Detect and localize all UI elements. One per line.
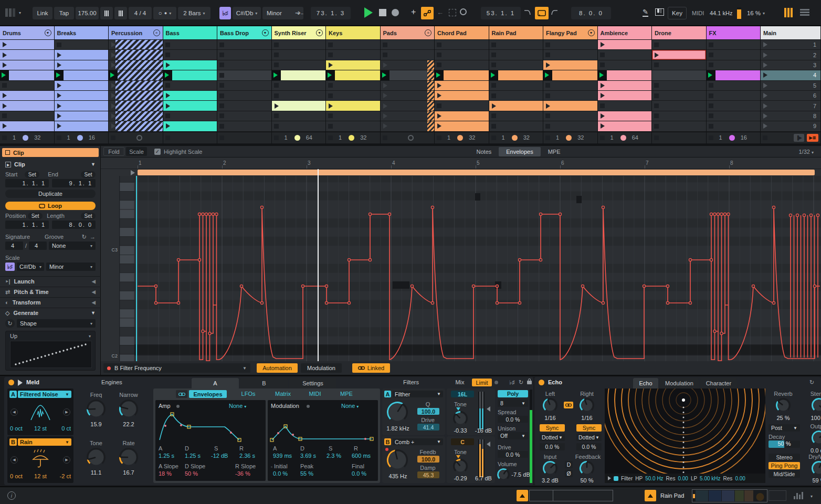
clip-slot[interactable] — [163, 40, 217, 50]
clip-stop-button[interactable] — [709, 43, 713, 47]
clip-play-icon[interactable] — [601, 93, 605, 98]
clip-slot[interactable] — [109, 60, 163, 70]
filter-a-freq-knob[interactable] — [386, 401, 408, 423]
offset-right-value[interactable]: 0.0 % — [576, 443, 602, 450]
clip-slot[interactable] — [163, 70, 217, 80]
track-header[interactable]: Percussion≡ — [109, 26, 163, 40]
clip-play-icon[interactable] — [166, 123, 170, 129]
length-set-button[interactable]: Set — [81, 213, 96, 219]
clip-slot[interactable] — [55, 111, 109, 121]
freq-knob[interactable] — [86, 399, 106, 419]
clip-stop-button[interactable] — [709, 103, 713, 108]
chevron-down-icon[interactable]: ▼ — [588, 29, 595, 36]
clip-stop-button[interactable] — [165, 43, 170, 47]
clip-stop-button[interactable] — [2, 113, 7, 118]
clip-stop-button[interactable] — [383, 43, 387, 47]
phase-button[interactable]: Ø — [565, 470, 573, 477]
tap-button[interactable]: Tap — [54, 7, 74, 19]
clip-slot[interactable] — [272, 40, 326, 50]
clip-play-icon[interactable] — [546, 62, 550, 68]
track-stop-button[interactable] — [383, 135, 387, 140]
sync-left-button[interactable]: Sync — [540, 424, 565, 432]
clip-stop-button[interactable] — [545, 124, 550, 129]
record-button[interactable] — [392, 9, 399, 16]
beat-ruler[interactable]: 12345678 — [101, 158, 821, 169]
session-view-icon[interactable] — [784, 8, 793, 17]
spread-value[interactable]: 0.0 % — [498, 416, 528, 423]
track-stop-button[interactable] — [111, 135, 115, 140]
q-value[interactable]: 100.0 — [417, 408, 439, 415]
filter-enable-icon[interactable] — [614, 476, 618, 481]
clip-stop-button[interactable] — [491, 124, 496, 129]
clip-slot[interactable] — [543, 101, 597, 111]
clip-slot[interactable] — [163, 111, 217, 121]
clip-slot[interactable] — [707, 60, 761, 70]
clip-slot[interactable] — [707, 121, 761, 131]
stop-all-clips-button[interactable]: ▶≣ — [807, 134, 818, 142]
engine-a-oct[interactable]: 0 oct — [10, 425, 23, 432]
clip-slot[interactable] — [652, 121, 706, 131]
shape-graph[interactable] — [10, 341, 92, 368]
mid-side-button[interactable]: Mid/Side — [769, 470, 800, 478]
clip-slot[interactable] — [598, 101, 652, 111]
scene-slot[interactable]: 4 — [761, 70, 820, 80]
clip-slot[interactable] — [0, 81, 54, 91]
clip-stop-button[interactable] — [545, 93, 550, 98]
rate-knob-value[interactable]: 16.7 — [115, 469, 142, 476]
clip-playing-icon[interactable] — [599, 72, 604, 78]
fold-button[interactable]: Fold — [103, 147, 124, 156]
clip-stop-button[interactable] — [328, 124, 333, 129]
clip-play-icon[interactable] — [3, 62, 7, 68]
clip-slot[interactable] — [0, 121, 54, 131]
track-header[interactable]: Ambience — [598, 26, 652, 40]
clip-slot[interactable] — [109, 70, 163, 80]
poly-button[interactable]: Poly — [498, 390, 528, 397]
clip-slot[interactable] — [543, 50, 597, 60]
device-overview-extra[interactable] — [769, 490, 786, 501]
clip-tab[interactable]: Clip — [2, 148, 99, 157]
clip-play-icon[interactable] — [3, 52, 7, 58]
engine-a-next-icon[interactable]: ▶ — [63, 408, 70, 416]
clip-slot[interactable] — [598, 121, 652, 131]
engine-a-semi[interactable]: 12 st — [31, 425, 49, 432]
mix-b-level-handle-icon[interactable] — [487, 442, 490, 447]
mix-a-pan[interactable]: 16L — [451, 391, 474, 397]
clip-slot[interactable] — [598, 40, 652, 50]
clip-play-icon[interactable] — [166, 93, 170, 98]
scene-launch-icon[interactable] — [763, 62, 767, 68]
clip-stop-button[interactable] — [654, 124, 659, 129]
clip-play-icon[interactable] — [601, 113, 605, 119]
tempo-field[interactable]: 175.00 — [76, 7, 99, 19]
clip-slot[interactable] — [0, 101, 54, 111]
chevron-down-icon[interactable]: ▼ — [45, 29, 51, 36]
meld-power-led[interactable] — [8, 380, 14, 385]
meter-bars-icon[interactable] — [794, 492, 803, 499]
clip-scale-root[interactable]: C#/Db▾ — [17, 262, 44, 271]
punch-out-icon[interactable] — [551, 8, 560, 17]
clip-slot[interactable] — [109, 81, 163, 91]
linked-toggle[interactable]: Linked — [352, 363, 390, 373]
subtab-matrix[interactable]: Matrix — [270, 391, 296, 397]
reverb-value[interactable]: 25 % — [770, 415, 797, 421]
clip-play-icon[interactable] — [57, 83, 61, 88]
new-midi-icon[interactable]: + — [411, 7, 416, 17]
track-stop-button[interactable] — [600, 135, 605, 140]
clip-slot[interactable] — [381, 121, 435, 131]
track-stop-button[interactable] — [274, 135, 279, 140]
freq-knob-value[interactable]: 15.9 — [83, 421, 109, 427]
clip-play-icon[interactable] — [492, 103, 496, 109]
clip-stop-button[interactable] — [2, 83, 7, 88]
scene-slot[interactable]: 9 — [761, 121, 820, 131]
amp-a-value[interactable]: 1.25 s — [159, 453, 174, 459]
subtab-envelopes[interactable]: Envelopes — [189, 390, 227, 398]
filter-b-freq-value[interactable]: 435 Hz — [382, 473, 414, 479]
clip-slot[interactable] — [217, 60, 271, 70]
clip-stop-button[interactable] — [57, 43, 61, 47]
tab-b[interactable]: B — [240, 378, 288, 388]
clip-stop-button[interactable] — [654, 43, 659, 47]
clip-playing-icon[interactable] — [436, 72, 440, 78]
engine-b-next-icon[interactable]: ▶ — [63, 456, 70, 464]
clip-playing-icon[interactable] — [545, 72, 549, 78]
amp-r-value[interactable]: 2.36 s — [239, 453, 255, 459]
clip-slot[interactable] — [0, 70, 54, 80]
